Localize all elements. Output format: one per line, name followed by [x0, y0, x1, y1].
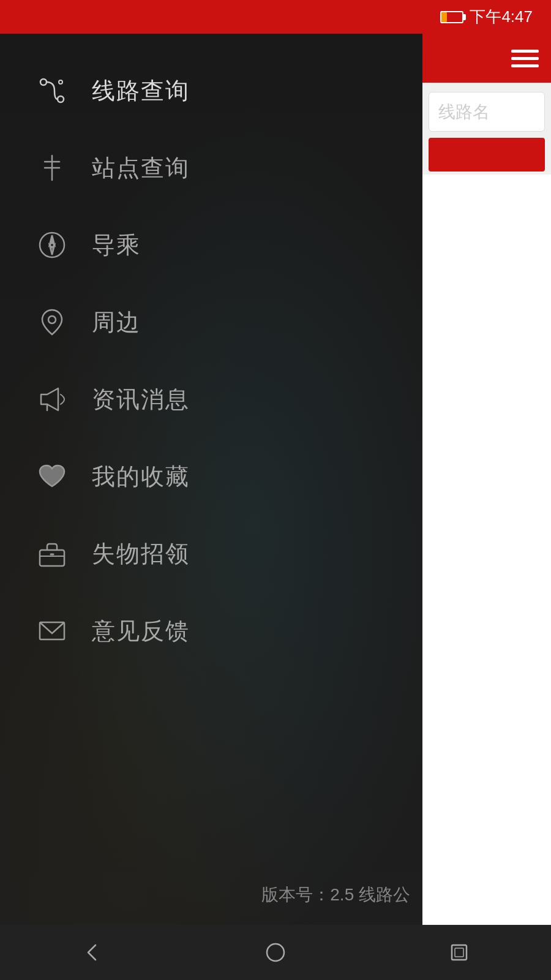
right-panel: 线路名 — [422, 34, 551, 925]
sidebar-item-news[interactable]: 资讯消息 — [0, 361, 422, 438]
sidebar-item-label-lost-found: 失物招领 — [92, 538, 190, 570]
sidebar-item-label-stop-query: 站点查询 — [92, 153, 190, 184]
search-placeholder: 线路名 — [438, 100, 490, 124]
sidebar-content: 线路查询 站点查询 — [0, 34, 422, 669]
hamburger-button[interactable] — [511, 50, 539, 67]
mail-icon — [31, 609, 73, 652]
sidebar-item-label-route-query: 线路查询 — [92, 75, 190, 107]
route-icon — [31, 69, 73, 112]
sidebar-item-nearby[interactable]: 周边 — [0, 284, 422, 361]
megaphone-icon — [31, 378, 73, 421]
sidebar-item-label-navigation: 导乘 — [92, 230, 141, 261]
svg-point-1 — [58, 96, 64, 102]
content-area — [422, 175, 551, 925]
right-header — [422, 34, 551, 83]
back-button[interactable] — [67, 928, 116, 977]
svg-point-2 — [59, 80, 62, 84]
navigation-bar — [0, 925, 551, 980]
sidebar-item-lost-found[interactable]: 失物招领 — [0, 515, 422, 592]
compass-icon — [31, 224, 73, 266]
sidebar-drawer: 线路查询 站点查询 — [0, 34, 422, 925]
sidebar-item-label-feedback: 意见反馈 — [92, 616, 190, 647]
svg-point-0 — [40, 79, 47, 85]
svg-point-15 — [267, 944, 284, 961]
location-icon — [31, 301, 73, 344]
search-button[interactable] — [429, 138, 545, 172]
home-button[interactable] — [251, 928, 300, 977]
recent-apps-button[interactable] — [435, 928, 484, 977]
sidebar-item-label-nearby: 周边 — [92, 307, 141, 338]
sidebar-item-favorites[interactable]: 我的收藏 — [0, 438, 422, 515]
svg-rect-11 — [40, 550, 64, 566]
status-bar: 下午4:47 — [0, 0, 551, 34]
main-layout: 线路查询 站点查询 — [0, 34, 551, 925]
stop-icon — [31, 146, 73, 189]
search-area[interactable]: 线路名 — [429, 92, 545, 132]
status-time: 下午4:47 — [470, 6, 533, 28]
sidebar-item-feedback[interactable]: 意见反馈 — [0, 592, 422, 669]
svg-rect-16 — [452, 945, 467, 960]
version-label: 版本号：2.5 线路公 — [261, 883, 410, 907]
sidebar-item-route-query[interactable]: 线路查询 — [0, 52, 422, 129]
sidebar-item-stop-query[interactable]: 站点查询 — [0, 129, 422, 206]
battery-icon — [440, 11, 463, 23]
sidebar-item-label-favorites: 我的收藏 — [92, 461, 190, 492]
svg-rect-17 — [455, 948, 463, 957]
sidebar-item-navigation[interactable]: 导乘 — [0, 206, 422, 284]
sidebar-item-label-news: 资讯消息 — [92, 384, 190, 415]
svg-marker-7 — [50, 235, 54, 245]
briefcase-icon — [31, 532, 73, 575]
svg-marker-8 — [50, 245, 54, 255]
svg-point-9 — [48, 316, 56, 323]
heart-icon — [31, 455, 73, 498]
